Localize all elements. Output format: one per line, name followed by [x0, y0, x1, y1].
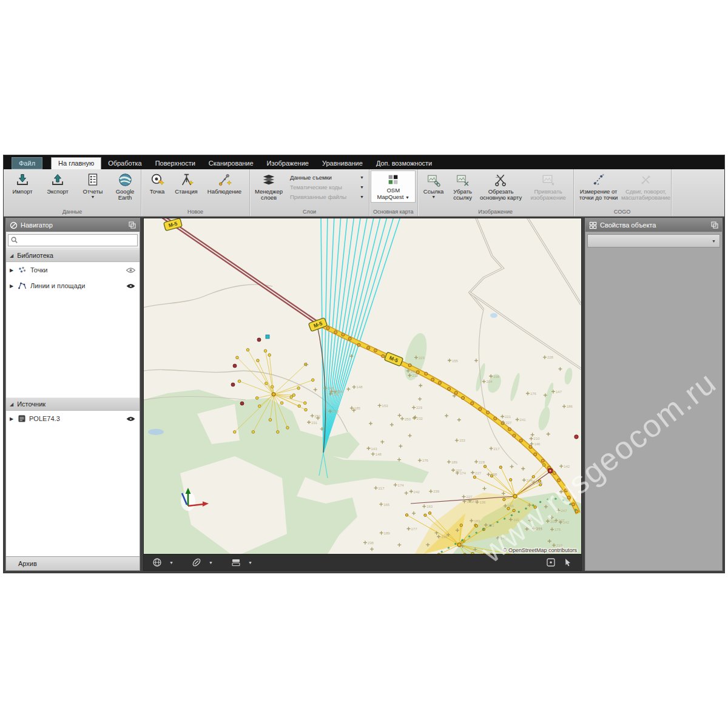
svg-text:177: 177	[411, 527, 418, 531]
station-icon	[178, 172, 194, 187]
reports-icon	[85, 172, 101, 187]
svg-text:136: 136	[479, 500, 486, 504]
svg-text:185: 185	[354, 406, 361, 410]
tree-item-lines-areas[interactable]: ▶ Линии и площади	[6, 278, 140, 294]
tab-adjustment[interactable]: Уравнивание	[315, 157, 369, 169]
svg-text:228: 228	[547, 356, 554, 359]
ribbon-group-layers: Менеджер слоев Данные съемки ▼ Тематичес…	[250, 169, 369, 216]
section-library[interactable]: ◢ Библиотека	[6, 249, 140, 262]
draw-tool-button[interactable]	[189, 556, 204, 568]
svg-text:229: 229	[416, 406, 423, 410]
tab-scanning[interactable]: Сканирование	[202, 157, 260, 169]
tree-item-points[interactable]: ▶ Точки	[6, 262, 140, 278]
navigator-title: Навигатор	[21, 221, 126, 229]
chevron-down-icon: ▼	[91, 195, 95, 199]
svg-text:146: 146	[328, 386, 334, 390]
visibility-toggle[interactable]	[126, 416, 136, 422]
map-canvas[interactable]: 2322372391461832231461982211851431362152…	[144, 218, 581, 557]
ribbon-empty-space	[672, 169, 724, 216]
remove-link-label: Убрать ссылку	[449, 189, 477, 201]
view-orbit-button[interactable]	[150, 556, 164, 568]
visibility-toggle[interactable]	[126, 267, 136, 274]
google-earth-label: Google Earth	[111, 189, 139, 201]
svg-text:186: 186	[567, 405, 573, 408]
crop-basemap-button[interactable]: Обрезать основную карту	[477, 170, 525, 202]
basemap-osm-button[interactable]: OSM MapQuest ▼	[371, 170, 416, 203]
svg-text:241: 241	[520, 418, 527, 422]
expander-icon[interactable]: ▶	[10, 283, 15, 289]
expander-icon[interactable]: ▶	[10, 416, 15, 422]
map-layers-caret[interactable]: ▼	[246, 559, 255, 566]
observation-icon	[217, 172, 232, 187]
link-label: Ссылка	[423, 189, 444, 195]
remove-link-button[interactable]: Убрать ссылку	[448, 170, 477, 202]
ribbon-tab-bar: Файл На главную Обработка Поверхности Ск…	[4, 155, 724, 169]
tab-processing[interactable]: Обработка	[101, 157, 148, 169]
google-earth-button[interactable]: Google Earth	[110, 170, 140, 202]
source-empty-area	[6, 426, 140, 556]
layers-menu-column: Данные съемки ▼ Тематические коды ▼ Прив…	[286, 170, 368, 201]
export-button[interactable]: Экспорт	[40, 170, 75, 195]
measure-point-to-point-label: Измерение от точки до точки	[576, 189, 622, 201]
tab-home[interactable]: На главную	[51, 157, 101, 169]
source-label: Источник	[17, 400, 46, 408]
ribbon: Импорт Экспорт Отчеты ▼	[4, 169, 724, 217]
remove-link-icon	[455, 172, 471, 187]
select-tool-button[interactable]	[561, 556, 575, 568]
new-station-button[interactable]: Станция	[172, 170, 201, 195]
group-label-basemap: Основная карта	[371, 208, 416, 216]
points-icon	[18, 266, 27, 274]
svg-text:147: 147	[556, 390, 562, 394]
new-observation-button[interactable]: Наблюдение	[201, 170, 248, 195]
tree-item-source-file[interactable]: ▶ POLE74.3	[6, 411, 140, 426]
view-orbit-caret[interactable]: ▼	[167, 559, 176, 566]
svg-text:247: 247	[561, 509, 568, 513]
survey-data-menu[interactable]: Данные съемки ▼	[286, 172, 368, 182]
svg-text:221: 221	[488, 524, 495, 527]
visibility-toggle[interactable]	[126, 283, 136, 289]
section-source[interactable]: ◢ Источник	[6, 397, 140, 411]
archive-bar[interactable]: Архив	[6, 556, 140, 570]
map-view[interactable]: 2322372391461832231461982211851431362152…	[143, 218, 582, 571]
map-layers-button[interactable]	[229, 556, 243, 568]
chevron-down-icon: ▼	[360, 185, 364, 189]
svg-text:148: 148	[376, 453, 382, 456]
svg-text:163: 163	[426, 505, 433, 508]
reports-button[interactable]: Отчеты ▼	[75, 170, 110, 200]
search-input[interactable]	[19, 235, 138, 246]
draw-tool-caret[interactable]: ▼	[206, 559, 215, 566]
new-point-button[interactable]: Точка	[143, 170, 172, 195]
georeference-image-label: Привязать изображение	[525, 189, 571, 201]
zoom-extents-button[interactable]	[544, 556, 558, 568]
export-label: Экспорт	[47, 189, 69, 195]
ribbon-group-cogo: Измерение от точки до точки Сдвиг, повор…	[574, 169, 672, 216]
tab-surfaces[interactable]: Поверхности	[149, 157, 202, 169]
collapse-icon: ◢	[10, 253, 13, 258]
chevron-down-icon: ▼	[712, 239, 716, 243]
source-file-label: POLE74.3	[29, 415, 60, 422]
svg-text:183: 183	[474, 519, 480, 523]
object-selector-dropdown[interactable]: ▼	[587, 234, 720, 248]
svg-text:198: 198	[493, 375, 500, 379]
layer-manager-button[interactable]: Менеджер слоев	[251, 170, 286, 202]
svg-text:198: 198	[491, 473, 497, 476]
svg-text:165: 165	[383, 503, 390, 507]
import-button[interactable]: Импорт	[5, 170, 40, 195]
svg-text:155: 155	[452, 359, 459, 363]
tab-image[interactable]: Изображение	[260, 157, 315, 169]
pin-icon[interactable]	[129, 221, 136, 229]
new-observation-label: Наблюдение	[207, 189, 241, 195]
lines-areas-icon	[18, 281, 27, 290]
library-empty-area	[6, 294, 140, 397]
link-image-icon	[426, 172, 442, 187]
svg-text:244: 244	[527, 479, 533, 482]
svg-text:227: 227	[505, 421, 512, 425]
tab-file[interactable]: Файл	[12, 157, 42, 169]
svg-text:242: 242	[414, 490, 420, 494]
tab-extras[interactable]: Доп. возможности	[369, 157, 439, 169]
measure-point-to-point-button[interactable]: Измерение от точки до точки	[575, 170, 622, 202]
link-button[interactable]: Ссылка ▼	[419, 170, 448, 200]
measure-icon	[591, 172, 607, 187]
pin-icon[interactable]	[711, 221, 718, 229]
expander-icon[interactable]: ▶	[10, 268, 15, 273]
